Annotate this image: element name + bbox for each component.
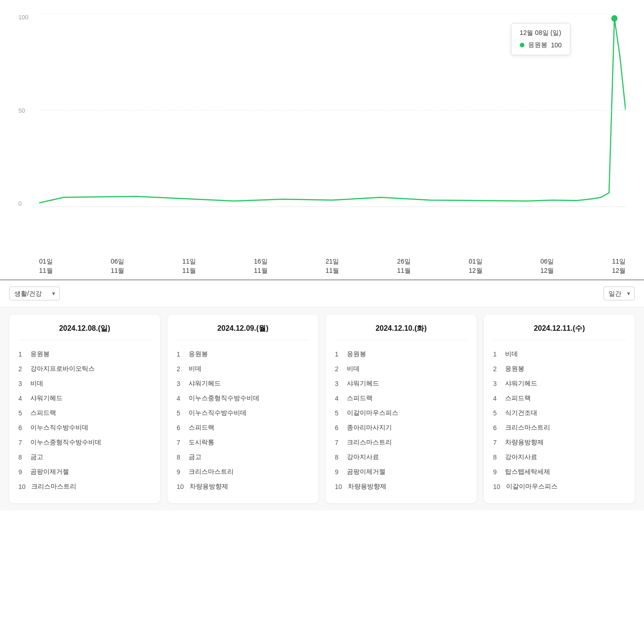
rank-keyword: 강아지프로바이오틱스	[30, 365, 95, 373]
rank-keyword: 차량용방향제	[505, 438, 544, 447]
category-select-wrapper[interactable]: 생활/건강 패션의류 식품 가전디지털 ▼	[9, 287, 60, 300]
rank-item: 10이갈이마우스피스	[493, 479, 626, 494]
period-select-wrapper[interactable]: 일간 주간 월간 ▼	[604, 287, 635, 300]
rank-keyword: 스피드랙	[30, 409, 56, 417]
rank-number: 9	[493, 468, 500, 476]
rank-item: 1응원봉	[335, 347, 467, 362]
rank-item: 6이누스직수방수비데	[18, 420, 151, 435]
rank-number: 5	[493, 409, 500, 417]
rank-keyword: 응원봉	[30, 350, 50, 358]
rank-item: 8금고	[177, 450, 309, 465]
rank-number: 4	[177, 395, 183, 402]
rank-item: 9탑스텝세탁세제	[493, 465, 626, 479]
rank-item: 4샤워기헤드	[18, 391, 151, 406]
x-label-nov11: 11일 11월	[182, 258, 196, 275]
rank-keyword: 이누스직수방수비데	[30, 424, 88, 432]
x-label-nov06: 06일 11월	[111, 258, 125, 275]
tooltip-value: 100	[551, 41, 562, 49]
rank-number: 4	[335, 395, 341, 402]
rank-item: 5이갈이마우스피스	[335, 406, 467, 420]
rank-number: 2	[335, 365, 341, 373]
y-label-0: 0	[18, 200, 34, 207]
rank-item: 3샤워기헤드	[335, 376, 467, 391]
category-select[interactable]: 생활/건강 패션의류 식품 가전디지털	[9, 287, 60, 300]
rank-item: 6크리스마스트리	[493, 420, 626, 435]
x-label-nov21: 21일 11월	[326, 258, 339, 275]
rank-item: 2강아지프로바이오틱스	[18, 362, 151, 376]
rank-keyword: 이갈이마우스피스	[347, 409, 398, 417]
x-label-nov01: 01일 11월	[39, 258, 53, 275]
rank-number: 1	[335, 351, 341, 358]
card-divider-1	[177, 340, 309, 340]
rank-item: 4스피드랙	[335, 391, 467, 406]
rank-keyword: 강아지사료	[505, 453, 537, 461]
rank-item: 8강아지사료	[493, 450, 626, 465]
rank-keyword: 크리스마스트리	[505, 424, 550, 432]
filter-bar: 생활/건강 패션의류 식품 가전디지털 ▼ 일간 주간 월간 ▼	[0, 280, 644, 307]
x-label-dec11: 11일 12월	[612, 258, 626, 275]
card-1: 2024.12.09.(월)1응원봉2비데3샤워기헤드4이누스중형직수방수비데5…	[167, 315, 318, 503]
rank-number: 9	[18, 468, 25, 476]
rank-number: 1	[493, 351, 500, 358]
rank-number: 6	[493, 424, 500, 431]
rank-item: 3샤워기헤드	[493, 376, 626, 391]
card-title-0: 2024.12.08.(일)	[18, 324, 151, 334]
rank-number: 3	[177, 380, 183, 387]
rank-number: 1	[18, 351, 25, 358]
rank-keyword: 샤워기헤드	[189, 380, 221, 388]
rank-item: 1응원봉	[18, 347, 151, 362]
rank-keyword: 스피드랙	[347, 394, 373, 402]
rank-item: 9곰팡이제거젤	[335, 465, 467, 479]
rank-item: 5스피드랙	[18, 406, 151, 420]
rank-number: 10	[177, 483, 184, 490]
rank-number: 8	[335, 454, 341, 461]
rank-item: 9크리스마스트리	[177, 465, 309, 479]
y-label-100: 100	[18, 14, 34, 21]
rank-keyword: 응원봉	[189, 350, 208, 358]
cards-container: 2024.12.08.(일)1응원봉2강아지프로바이오틱스3비데4샤워기헤드5스…	[0, 307, 644, 511]
rank-keyword: 강아지사료	[347, 453, 379, 461]
rank-keyword: 비데	[30, 380, 43, 388]
rank-number: 3	[18, 380, 25, 387]
rank-item: 5식기건조대	[493, 406, 626, 420]
card-0: 2024.12.08.(일)1응원봉2강아지프로바이오틱스3비데4샤워기헤드5스…	[9, 315, 160, 503]
rank-number: 9	[335, 468, 341, 476]
rank-keyword: 비데	[189, 365, 201, 373]
rank-item: 1비데	[493, 347, 626, 362]
rank-number: 2	[18, 365, 25, 373]
rank-keyword: 이갈이마우스피스	[506, 483, 558, 491]
chart-area: 100 50 0 12월 08일 (일)	[18, 14, 626, 235]
rank-number: 5	[177, 409, 183, 417]
tooltip-dot-green	[520, 43, 524, 47]
rank-number: 5	[18, 409, 25, 417]
rank-number: 3	[493, 380, 500, 387]
rank-keyword: 스피드랙	[189, 424, 214, 432]
rank-item: 5이누스직수방수비데	[177, 406, 309, 420]
rank-keyword: 차량용방향제	[190, 483, 228, 491]
rank-keyword: 도시락통	[189, 438, 214, 447]
rank-number: 2	[177, 365, 183, 373]
period-select[interactable]: 일간 주간 월간	[604, 287, 635, 300]
rank-number: 7	[177, 439, 183, 446]
rank-keyword: 크리스마스트리	[189, 468, 234, 476]
rank-keyword: 응원봉	[505, 365, 524, 373]
rank-keyword: 크리스마스트리	[31, 483, 76, 491]
rank-item: 8금고	[18, 450, 151, 465]
card-divider-0	[18, 340, 151, 340]
tooltip-keyword: 응원봉	[528, 41, 547, 49]
y-label-50: 50	[18, 107, 34, 114]
rank-item: 2비데	[335, 362, 467, 376]
rank-item: 2응원봉	[493, 362, 626, 376]
x-axis-labels-row: 01일 11월 06일 11월 11일 11월 16일 11월 21일 11월 …	[0, 258, 644, 280]
rank-number: 7	[335, 439, 341, 446]
rank-item: 8강아지사료	[335, 450, 467, 465]
chart-container: 100 50 0 12월 08일 (일)	[0, 0, 644, 258]
grid-line-100	[39, 14, 626, 14]
peak-dot	[611, 15, 618, 22]
rank-number: 10	[18, 483, 26, 490]
tooltip-date: 12월 08일 (일)	[520, 29, 562, 37]
rank-item: 7도시락통	[177, 435, 309, 450]
card-3: 2024.12.11.(수)1비데2응원봉3샤워기헤드4스피드랙5식기건조대6크…	[484, 315, 635, 503]
tooltip-item: 응원봉 100	[520, 41, 562, 49]
card-title-2: 2024.12.10.(화)	[335, 324, 467, 334]
